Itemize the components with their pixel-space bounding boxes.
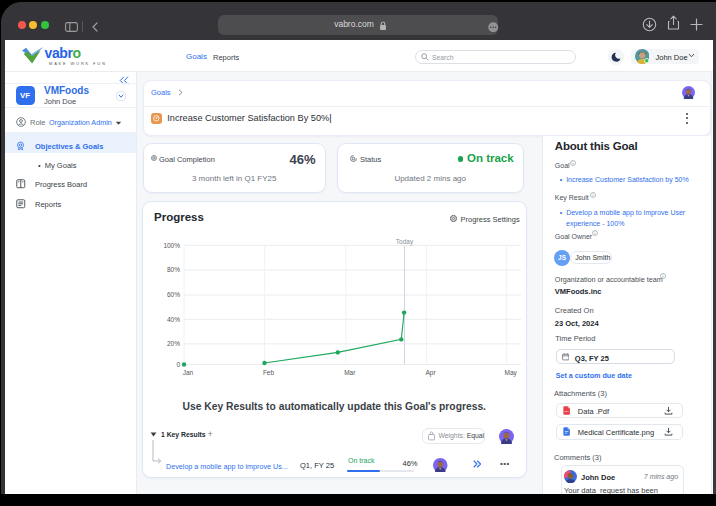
svg-text:40%: 40% (167, 316, 180, 323)
svg-text:Today: Today (396, 238, 414, 246)
svg-text:Apr: Apr (425, 369, 436, 377)
svg-text:60%: 60% (167, 291, 180, 298)
svg-text:Feb: Feb (263, 369, 275, 376)
svg-text:0: 0 (176, 361, 180, 368)
svg-text:PDF: PDF (564, 410, 569, 412)
svg-text:Jan: Jan (183, 369, 194, 376)
svg-text:May: May (505, 369, 518, 377)
svg-text:20%: 20% (167, 340, 180, 347)
svg-text:Mar: Mar (344, 369, 356, 376)
svg-text:100%: 100% (163, 242, 180, 249)
svg-text:80%: 80% (167, 266, 180, 273)
